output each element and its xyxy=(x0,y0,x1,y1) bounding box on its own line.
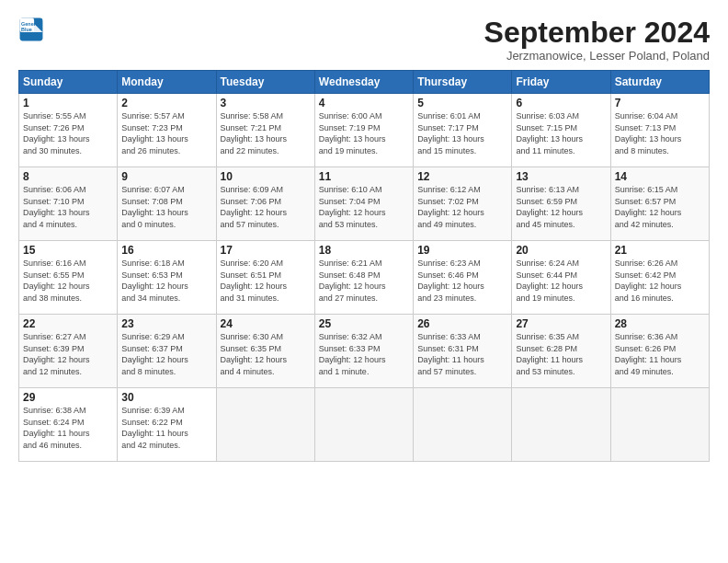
day-info-line: Daylight: 12 hours xyxy=(221,355,288,364)
day-info-line: Sunset: 7:06 PM xyxy=(221,197,282,206)
day-info-line: Daylight: 11 hours xyxy=(615,355,682,364)
day-info-line: Daylight: 13 hours xyxy=(23,208,90,217)
day-info-line: and 8 minutes. xyxy=(121,367,176,376)
table-row: 30Sunrise: 6:39 AMSunset: 6:22 PMDayligh… xyxy=(118,388,216,462)
day-info-line: and 16 minutes. xyxy=(615,293,674,303)
day-info-line: Daylight: 12 hours xyxy=(121,355,188,364)
day-info-line: Sunset: 6:24 PM xyxy=(23,418,85,427)
day-info-line: and 19 minutes. xyxy=(319,146,378,155)
day-info: Sunrise: 6:36 AMSunset: 6:26 PMDaylight:… xyxy=(615,331,705,377)
day-info-line: and 42 minutes. xyxy=(121,441,180,450)
day-info-line: and 31 minutes. xyxy=(221,293,279,303)
table-row: 25Sunrise: 6:32 AMSunset: 6:33 PMDayligh… xyxy=(314,315,413,388)
day-info-line: Sunrise: 5:57 AM xyxy=(121,111,185,121)
day-info-line: Sunrise: 6:32 AM xyxy=(319,332,382,341)
day-number: 25 xyxy=(319,317,409,330)
table-row: 21Sunrise: 6:26 AMSunset: 6:42 PMDayligh… xyxy=(610,241,709,315)
day-info: Sunrise: 6:23 AMSunset: 6:46 PMDaylight:… xyxy=(417,258,507,304)
day-info-line: Daylight: 13 hours xyxy=(516,134,583,144)
day-info-line: Sunset: 7:21 PM xyxy=(221,123,282,132)
table-row: 7Sunrise: 6:04 AMSunset: 7:13 PMDaylight… xyxy=(610,94,709,167)
day-info-line: Sunset: 6:57 PM xyxy=(615,197,677,206)
table-row: 16Sunrise: 6:18 AMSunset: 6:53 PMDayligh… xyxy=(118,241,216,315)
page: General Blue September 2024 Jerzmanowice… xyxy=(0,0,728,563)
day-info-line: Daylight: 12 hours xyxy=(221,282,288,291)
day-info-line: and 53 minutes. xyxy=(319,220,378,229)
day-info-line: and 57 minutes. xyxy=(221,220,279,229)
day-info-line: and 49 minutes. xyxy=(615,367,674,376)
day-number: 29 xyxy=(23,391,113,404)
day-info-line: Daylight: 11 hours xyxy=(121,429,188,438)
table-row: 3Sunrise: 5:58 AMSunset: 7:21 PMDaylight… xyxy=(216,94,314,167)
day-info-line: Sunrise: 6:13 AM xyxy=(516,185,579,194)
day-info: Sunrise: 6:18 AMSunset: 6:53 PMDaylight:… xyxy=(121,258,211,304)
table-row: 15Sunrise: 6:16 AMSunset: 6:55 PMDayligh… xyxy=(19,241,118,315)
table-row: 24Sunrise: 6:30 AMSunset: 6:35 PMDayligh… xyxy=(216,315,314,388)
day-info-line: Sunset: 7:15 PM xyxy=(516,123,577,132)
day-info: Sunrise: 6:32 AMSunset: 6:33 PMDaylight:… xyxy=(319,331,409,377)
day-info-line: Sunset: 7:26 PM xyxy=(23,123,85,132)
table-row: 8Sunrise: 6:06 AMSunset: 7:10 PMDaylight… xyxy=(19,167,118,241)
month-title: September 2024 xyxy=(484,17,710,49)
table-row xyxy=(314,388,413,462)
day-info-line: Sunrise: 6:38 AM xyxy=(23,406,86,415)
day-number: 28 xyxy=(615,317,705,330)
day-info-line: Sunset: 6:39 PM xyxy=(23,344,85,353)
day-info-line: and 46 minutes. xyxy=(23,441,82,450)
day-number: 21 xyxy=(615,244,705,257)
day-info-line: Daylight: 12 hours xyxy=(23,355,90,364)
day-info-line: and 26 minutes. xyxy=(121,146,180,155)
table-row: 13Sunrise: 6:13 AMSunset: 6:59 PMDayligh… xyxy=(512,167,610,241)
day-info-line: Sunset: 7:13 PM xyxy=(615,123,677,132)
col-tuesday: Tuesday xyxy=(216,71,314,94)
col-sunday: Sunday xyxy=(19,71,118,94)
day-info-line: Sunset: 6:26 PM xyxy=(615,344,677,353)
day-number: 16 xyxy=(121,244,211,257)
day-info: Sunrise: 6:03 AMSunset: 7:15 PMDaylight:… xyxy=(516,110,606,156)
day-info-line: Sunrise: 6:12 AM xyxy=(417,185,481,194)
day-info-line: Sunset: 6:55 PM xyxy=(23,270,85,280)
table-row: 5Sunrise: 6:01 AMSunset: 7:17 PMDaylight… xyxy=(414,94,512,167)
day-info-line: Sunset: 6:35 PM xyxy=(221,344,282,353)
day-info-line: Daylight: 12 hours xyxy=(417,282,484,291)
day-info-line: Sunrise: 6:01 AM xyxy=(417,111,481,121)
day-info-line: and 38 minutes. xyxy=(23,293,82,303)
day-info-line: Sunset: 6:42 PM xyxy=(615,270,677,280)
day-info-line: Sunset: 6:22 PM xyxy=(121,418,183,427)
day-info-line: Sunrise: 5:55 AM xyxy=(23,111,86,121)
day-info: Sunrise: 6:39 AMSunset: 6:22 PMDaylight:… xyxy=(121,405,211,451)
day-info: Sunrise: 6:07 AMSunset: 7:08 PMDaylight:… xyxy=(121,184,211,230)
day-info-line: Sunset: 6:31 PM xyxy=(417,344,479,353)
day-number: 11 xyxy=(319,170,409,183)
day-info: Sunrise: 6:00 AMSunset: 7:19 PMDaylight:… xyxy=(319,110,409,156)
day-number: 23 xyxy=(121,317,211,330)
day-number: 1 xyxy=(23,97,113,109)
day-info-line: Daylight: 12 hours xyxy=(221,208,288,217)
day-info-line: Sunrise: 6:21 AM xyxy=(319,259,382,268)
day-number: 12 xyxy=(417,170,507,183)
day-info-line: Daylight: 12 hours xyxy=(516,282,583,291)
day-info-line: and 53 minutes. xyxy=(516,367,574,376)
table-row: 22Sunrise: 6:27 AMSunset: 6:39 PMDayligh… xyxy=(19,315,118,388)
day-info: Sunrise: 6:15 AMSunset: 6:57 PMDaylight:… xyxy=(615,184,705,230)
table-row: 19Sunrise: 6:23 AMSunset: 6:46 PMDayligh… xyxy=(414,241,512,315)
header-row: Sunday Monday Tuesday Wednesday Thursday… xyxy=(19,71,710,94)
col-friday: Friday xyxy=(512,71,610,94)
day-info-line: Sunrise: 6:20 AM xyxy=(221,259,284,268)
day-info: Sunrise: 6:01 AMSunset: 7:17 PMDaylight:… xyxy=(417,110,507,156)
table-row xyxy=(610,388,709,462)
day-info-line: Sunset: 7:10 PM xyxy=(23,197,85,206)
logo-icon: General Blue xyxy=(18,17,44,42)
day-info: Sunrise: 6:26 AMSunset: 6:42 PMDaylight:… xyxy=(615,258,705,304)
day-info-line: Daylight: 13 hours xyxy=(417,134,484,144)
table-row: 28Sunrise: 6:36 AMSunset: 6:26 PMDayligh… xyxy=(610,315,709,388)
day-info-line: Daylight: 13 hours xyxy=(615,134,682,144)
day-info: Sunrise: 6:06 AMSunset: 7:10 PMDaylight:… xyxy=(23,184,113,230)
day-info-line: Sunrise: 6:10 AM xyxy=(319,185,382,194)
day-info-line: Daylight: 12 hours xyxy=(319,355,386,364)
day-info: Sunrise: 6:24 AMSunset: 6:44 PMDaylight:… xyxy=(516,258,606,304)
day-info-line: Daylight: 13 hours xyxy=(221,134,288,144)
day-info-line: Sunrise: 6:00 AM xyxy=(319,111,382,121)
day-info-line: Daylight: 13 hours xyxy=(319,134,386,144)
day-info-line: Daylight: 12 hours xyxy=(319,208,386,217)
